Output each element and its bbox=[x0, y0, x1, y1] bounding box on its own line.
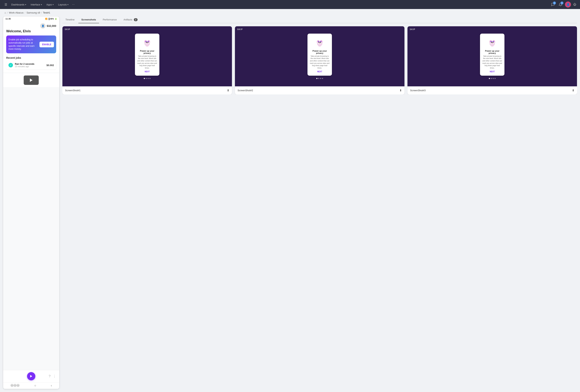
phone-recent-jobs-title: Recent jobs bbox=[6, 56, 56, 59]
topnav-right: 6 6 👤 ⏻ bbox=[550, 1, 577, 7]
phone-balance-row: 👤 $32,000 bbox=[6, 23, 56, 29]
screen-card-title-1: Power up your privacy bbox=[137, 50, 157, 54]
svg-marker-1 bbox=[30, 375, 32, 378]
tab-timeline[interactable]: Timeline bbox=[62, 16, 78, 23]
screenshot-inner-card-2: Power up your privacy Take private brows… bbox=[307, 34, 332, 76]
screen-card-next-3[interactable]: NEXT bbox=[490, 71, 495, 73]
screen-card-title-3: Power up your privacy bbox=[482, 50, 502, 54]
nav-dashboards[interactable]: Dashboards ▾ bbox=[9, 2, 28, 7]
phone-cta-text: Enable job scheduling to automatically r… bbox=[8, 38, 39, 51]
messages-button[interactable]: 6 bbox=[550, 1, 556, 7]
breadcrumb: ⌂ / Work-Abacus / Samsung s9 / Test#1 bbox=[0, 9, 580, 16]
raccoon-icon-3 bbox=[487, 37, 498, 48]
screen-dots-3 bbox=[489, 78, 496, 79]
svg-point-39 bbox=[493, 42, 493, 42]
screenshot-card-3: SKIP bbox=[408, 26, 577, 95]
phone-help-icon[interactable]: ? bbox=[49, 374, 51, 378]
screen-card-desc-1: Take private browsing to the next level.… bbox=[137, 55, 157, 69]
svg-rect-27 bbox=[318, 41, 319, 42]
phone-menu-icon[interactable]: ⋮ bbox=[53, 374, 56, 378]
tab-performance[interactable]: Performance bbox=[100, 16, 120, 23]
screen-card-desc-2: Take private browsing to the next level.… bbox=[310, 55, 330, 69]
nav-interface[interactable]: Interface ▾ bbox=[29, 2, 44, 7]
right-panel: Timeline Screenshots Performance Artifac… bbox=[62, 16, 577, 389]
breadcrumb-home[interactable]: ⌂ bbox=[4, 11, 6, 14]
messages-badge: 6 bbox=[553, 1, 556, 4]
screenshot-name-3: ScreenShot#3 bbox=[410, 89, 426, 92]
phone-nav-bar: ⦿⦿⦿ ○ ‹ bbox=[3, 382, 59, 389]
phone-user-avatar: 👤 bbox=[40, 23, 45, 28]
screenshot-card-2: SKIP bbox=[235, 26, 405, 95]
phone-balance-amount: $32,000 bbox=[47, 24, 56, 27]
user-avatar[interactable]: 👤 bbox=[565, 1, 571, 7]
tabs-bar: Timeline Screenshots Performance Artifac… bbox=[62, 16, 577, 23]
phone-footer-row: ? ⋮ bbox=[3, 370, 59, 382]
topnav-left: ☰ Dashboards ▾ Interface ▾ Apps ▾ Layout… bbox=[3, 2, 548, 7]
svg-point-12 bbox=[146, 43, 148, 44]
breadcrumb-work-abacus[interactable]: Work-Abacus bbox=[9, 11, 23, 14]
screenshot-inner-card-3: Power up your privacy Take private brows… bbox=[480, 34, 504, 76]
svg-point-15 bbox=[146, 45, 149, 47]
screenshot-skip-1: SKIP bbox=[65, 28, 70, 30]
battery-icon: 🔋 bbox=[55, 18, 57, 20]
chevron-icon: ▾ bbox=[41, 3, 42, 6]
phone-welcome: Welcome, Elvis bbox=[6, 29, 56, 33]
screenshot-skip-2: SKIP bbox=[237, 28, 243, 30]
phone-cta-banner: Enable job scheduling to automatically r… bbox=[6, 35, 56, 53]
svg-point-25 bbox=[320, 42, 321, 42]
screenshot-card-1: SKIP bbox=[62, 26, 232, 95]
screenshots-grid: SKIP bbox=[62, 26, 577, 95]
breadcrumb-samsung-s9[interactable]: Samsung s9 bbox=[26, 11, 40, 14]
phone-play-area bbox=[3, 73, 59, 87]
chevron-icon: ▾ bbox=[53, 3, 54, 6]
screenshot-preview-3: SKIP bbox=[408, 26, 577, 86]
svg-point-24 bbox=[319, 42, 319, 42]
svg-rect-28 bbox=[320, 41, 322, 42]
phone-nav-recents[interactable]: ⦿⦿⦿ bbox=[10, 384, 19, 387]
nav-more[interactable]: ··· bbox=[71, 2, 76, 7]
svg-marker-0 bbox=[30, 79, 32, 82]
wifi-icon: 📶 bbox=[45, 18, 47, 20]
screen-card-desc-3: Take private browsing to the next level.… bbox=[482, 55, 502, 69]
breadcrumb-test1: Test#1 bbox=[43, 11, 50, 14]
phone-status-bar: 11:36 📶 ▐ 86% 🔋 bbox=[3, 16, 59, 21]
content-area: 11:36 📶 ▐ 86% 🔋 👤 $32,000 bbox=[0, 16, 580, 392]
phone-fab-button[interactable] bbox=[27, 372, 35, 380]
svg-rect-13 bbox=[145, 41, 147, 42]
tab-screenshots[interactable]: Screenshots bbox=[78, 16, 99, 23]
hamburger-icon[interactable]: ☰ bbox=[3, 2, 9, 7]
screenshot-footer-1: ScreenShot#1 ⬇ bbox=[62, 86, 232, 95]
screen-dots-1 bbox=[144, 78, 150, 79]
svg-rect-41 bbox=[490, 41, 492, 42]
phone-enable-button[interactable]: ENABLE bbox=[39, 42, 54, 47]
screenshot-download-3[interactable]: ⬇ bbox=[572, 89, 574, 92]
phone-nav-back[interactable]: ‹ bbox=[51, 384, 52, 387]
phone-simulator: 11:36 📶 ▐ 86% 🔋 👤 $32,000 bbox=[3, 16, 59, 389]
screen-card-next-1[interactable]: NEXT bbox=[145, 71, 150, 73]
svg-point-11 bbox=[148, 42, 148, 42]
screenshot-download-1[interactable]: ⬇ bbox=[227, 89, 229, 92]
screenshot-inner-card-1: Power up your privacy Take private brows… bbox=[135, 34, 159, 76]
screen-card-next-2[interactable]: NEXT bbox=[317, 71, 322, 73]
nav-layouts[interactable]: Layouts ▾ bbox=[56, 2, 70, 7]
phone-dark-play-button[interactable] bbox=[24, 76, 39, 85]
svg-rect-42 bbox=[493, 41, 494, 42]
screenshot-preview-2: SKIP bbox=[235, 26, 405, 86]
notifications-badge: 6 bbox=[561, 1, 564, 4]
screenshot-download-2[interactable]: ⬇ bbox=[399, 89, 402, 92]
phone-job-card: ✓ Ran for 2 seconds 23 minutes ago $0.00… bbox=[6, 61, 56, 70]
notifications-button[interactable]: 6 bbox=[558, 1, 564, 7]
phone-nav-home[interactable]: ○ bbox=[34, 384, 36, 387]
job-time: 23 minutes ago bbox=[15, 65, 34, 68]
main-layout: ⌂ / Work-Abacus / Samsung s9 / Test#1 11… bbox=[0, 9, 580, 392]
phone-body[interactable]: 👤 $32,000 Welcome, Elvis Enable job sche… bbox=[3, 21, 59, 370]
chevron-icon: ▾ bbox=[67, 3, 68, 6]
power-button[interactable]: ⏻ bbox=[573, 2, 577, 7]
job-title: Ran for 2 seconds bbox=[15, 63, 34, 65]
svg-point-40 bbox=[492, 43, 493, 44]
screenshot-skip-3: SKIP bbox=[410, 28, 415, 30]
nav-apps[interactable]: Apps ▾ bbox=[44, 2, 56, 7]
phone-user-area: 👤 $32,000 Welcome, Elvis Enable job sche… bbox=[3, 21, 59, 73]
tab-artifacts[interactable]: Artifacts 8 bbox=[121, 16, 141, 23]
screen-dots-2 bbox=[316, 78, 323, 79]
